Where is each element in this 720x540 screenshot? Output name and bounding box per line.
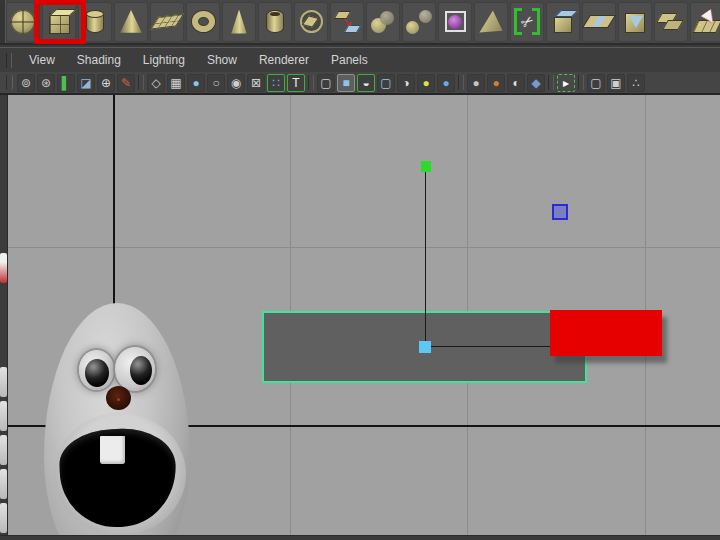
wireframe-cube-icon[interactable]: ▢ (377, 74, 395, 92)
textured-mode-icon[interactable]: ◉ (227, 74, 245, 92)
xray-mode-icon[interactable]: ⊠ (247, 74, 265, 92)
bridge-faces-icon[interactable] (582, 2, 616, 42)
checker-map-icon[interactable]: ◑ (397, 74, 415, 92)
append-polygon-tool-icon-glyph: ▪ (698, 21, 701, 29)
grease-pencil-icon[interactable]: ✎ (117, 74, 135, 92)
toolbar-handle[interactable] (6, 75, 13, 90)
character-right-pupil (130, 356, 152, 385)
menu-lighting[interactable]: Lighting (132, 53, 196, 67)
purple-square-object[interactable] (552, 204, 568, 220)
bottom-panel-edge (0, 535, 720, 540)
toolbar-separator (548, 75, 554, 90)
viewport[interactable] (8, 95, 720, 535)
zoom-region-icon[interactable]: ⊕ (97, 74, 115, 92)
cut-faces-tool-icon[interactable]: ✂ (510, 2, 544, 42)
toolbox-button[interactable] (0, 401, 7, 431)
texture-display-icon[interactable]: T (287, 74, 305, 92)
duplicate-face-icon[interactable] (654, 2, 688, 42)
menu-view[interactable]: View (18, 53, 66, 67)
toolbar-separator (578, 75, 584, 90)
poly-wedge-icon[interactable] (474, 2, 508, 42)
shaded-cube-icon[interactable]: ■ (337, 74, 355, 92)
manipulator-vertical-line (425, 172, 426, 347)
ambient-light-icon[interactable]: ● (487, 74, 505, 92)
poly-torus-icon[interactable] (186, 2, 220, 42)
wireframe-mode-icon[interactable]: ◇ (147, 74, 165, 92)
poly-cylinder-icon[interactable] (78, 2, 112, 42)
toolbox-button[interactable] (0, 469, 7, 499)
poly-reduce-icon-glyph: ↘ (342, 15, 353, 28)
green-handle[interactable] (421, 161, 431, 172)
character-nose (106, 386, 131, 410)
toolbox-button[interactable] (0, 435, 7, 465)
region-select-icon[interactable]: ▸ (557, 74, 575, 92)
toolbar-separator (138, 75, 144, 90)
character-tooth (100, 436, 125, 464)
toolbar-separator (308, 75, 314, 90)
camera-attributes-icon[interactable]: ⊛ (37, 74, 55, 92)
poly-pipe-icon[interactable] (258, 2, 292, 42)
poly-boolean-icon[interactable] (438, 2, 472, 42)
menu-shading[interactable]: Shading (66, 53, 132, 67)
toolbox-tool-icon[interactable] (0, 253, 7, 283)
panel-menu-handle[interactable] (6, 53, 12, 68)
poly-sphere-icon[interactable] (6, 2, 40, 42)
isolate-select-icon[interactable]: ◒ (357, 74, 375, 92)
toolbox-button[interactable] (0, 503, 7, 533)
menu-show[interactable]: Show (196, 53, 248, 67)
append-polygon-tool-icon[interactable]: ▪ (690, 2, 720, 42)
layered-view-icon[interactable]: ▣ (607, 74, 625, 92)
panel-menu-bar: ViewShadingLightingShowRendererPanels (0, 47, 720, 72)
poly-reduce-icon[interactable]: ↘ (330, 2, 364, 42)
viewport-toolbar: ⊚⊛▌◪⊕✎◇▦●○◉⊠∷T▢■◒▢◑●●●●◐◆▸▢▣∴ (0, 72, 720, 95)
vertex-display-icon[interactable]: ∷ (267, 74, 285, 92)
yellow-light-icon[interactable]: ● (417, 74, 435, 92)
bookmark-icon[interactable]: ▌ (57, 74, 75, 92)
toolbox-strip[interactable] (0, 95, 8, 535)
red-arrow-annotation (550, 310, 662, 356)
flat-shade-icon[interactable]: ○ (207, 74, 225, 92)
bevel-face-icon[interactable] (618, 2, 652, 42)
blue-cube-icon[interactable]: ◆ (527, 74, 545, 92)
menu-renderer[interactable]: Renderer (248, 53, 320, 67)
poly-separate-icon[interactable] (402, 2, 436, 42)
blue-light-icon[interactable]: ● (437, 74, 455, 92)
two-sided-lighting-icon[interactable]: ◐ (507, 74, 525, 92)
toolbar-separator (458, 75, 464, 90)
cyan-handle[interactable] (419, 341, 431, 353)
extrude-face-icon[interactable] (546, 2, 580, 42)
maya-window: ↘✂▪ ViewShadingLightingShowRendererPanel… (0, 0, 720, 540)
poly-plane-icon[interactable] (150, 2, 184, 42)
red-arrow-shaft (550, 327, 630, 341)
shaded-mode-icon[interactable]: ● (187, 74, 205, 92)
red-arrow-head (628, 310, 662, 356)
camera-icon[interactable]: ⊚ (17, 74, 35, 92)
share-view-icon[interactable]: ∴ (627, 74, 645, 92)
default-material-cube-icon[interactable]: ▢ (317, 74, 335, 92)
poly-cube-icon[interactable] (42, 2, 76, 42)
character-left-pupil (85, 359, 109, 387)
poly-platonic-icon[interactable] (294, 2, 328, 42)
menu-panels[interactable]: Panels (320, 53, 379, 67)
cut-faces-tool-icon-glyph: ✂ (518, 12, 537, 32)
image-plane-icon[interactable]: ◪ (77, 74, 95, 92)
poly-cone-icon[interactable] (114, 2, 148, 42)
toolbox-button[interactable] (0, 367, 7, 397)
film-gate-icon[interactable]: ▦ (167, 74, 185, 92)
default-light-icon[interactable]: ● (467, 74, 485, 92)
poly-prism-icon[interactable] (222, 2, 256, 42)
poly-combine-icon[interactable] (366, 2, 400, 42)
hardware-render-cube-icon[interactable]: ▢ (587, 74, 605, 92)
shelf-row: ↘✂▪ (0, 0, 720, 45)
